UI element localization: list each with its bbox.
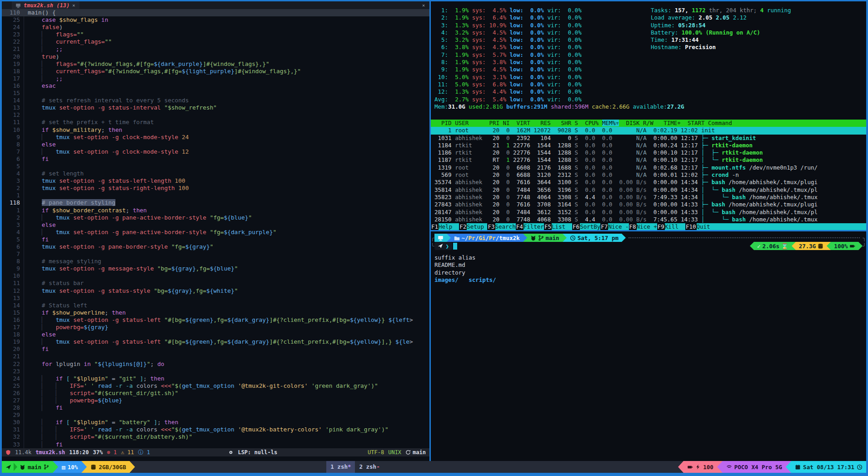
code-line: 25 case $show_flags in [2,16,429,24]
tab-tmux2k-sh[interactable]: tmux2k.sh (13) ✕ [12,1,80,9]
window-list[interactable]: 1 zsh*2 zsh- [326,461,384,473]
info-row: Tasks: 157, 1172 thr, 204 kthr; 4 runnin… [651,7,791,14]
code-line: 30 ▏ if [ "$lplugin" = "battery" ]; then [2,419,429,426]
fkey-action[interactable]: Nice + [637,223,657,230]
fkey-action[interactable]: Nice - [608,223,629,230]
tmux-window-1-zsh[interactable]: 1 zsh* [326,461,355,473]
code-area[interactable]: 110main() {25 case $show_flags in24 fals… [2,9,429,448]
info-row: Uptime: 05:28:54 [651,22,791,29]
process-row[interactable]: 1187 rtkit RT 1 22776 1544 1288 S 0.0 0.… [431,156,866,164]
editor-pane[interactable]: tmux2k.sh (13) ✕ ✕ 110main() {25 case $s… [2,1,429,461]
diagnostic-warnings: ⚠ 11 [121,449,134,456]
fkey-f2[interactable]: F2 [459,223,467,230]
fkey-action[interactable]: Help [439,223,459,230]
shield-icon [5,450,11,455]
terminal-pane[interactable]: ╭ ~/Pr/Gi/Pr/tmux2k main Sat, 5:17 pm ╮ … [431,231,866,461]
file-icon [15,3,21,8]
ram-segment: 2GB/30GB [87,461,130,473]
gear-icon [228,450,234,455]
code-line: 16 ▏ tmux set-option -g status-left "#[b… [2,316,429,324]
fkey-f5[interactable]: F5 [544,223,552,230]
code-line: 2 ▏ tmux set-option -g pane-active-borde… [2,214,429,221]
tmux-status-bar[interactable]: main ▤ 10% 2GB/30GB 1 zsh*2 zsh- 100 POC… [2,461,866,473]
cpu-meter-row: Avg: 2.7% sys: 5.4% low: 0.0% vir: 0.0% [434,96,684,103]
block-cursor[interactable] [453,243,457,250]
fkey-action[interactable]: SortBy [580,223,600,230]
fkey-action[interactable]: Kill [665,223,685,230]
process-row[interactable]: 569 root 20 0 6688 3120 2312 S 0.0 0.0 N… [431,171,866,179]
network-name: POCO X4 Pro 5G [734,464,782,471]
cpu-percent: 10% [68,464,78,471]
process-row[interactable]: 35823 abhishek 20 0 7748 4064 3308 S 4.4… [431,194,866,201]
fkey-f6[interactable]: F6 [572,223,580,230]
code-line: 27 ▏ ▏ powerbg=${blue} [2,397,429,404]
cpu-meter-row: 1: 1.9% sys: 4.5% low: 0.0% vir: 0.0% [434,7,684,14]
fkey-f8[interactable]: F8 [629,223,637,230]
code-line: 7 ▏ tmux set-option -g clock-mode-style … [2,148,429,155]
process-table-header[interactable]: PID USER PRI NI VIRT RES SHR S CPU% MEM%… [431,120,866,127]
code-line: 17 ▏ ;; [2,75,429,82]
cpu-meter-row: 8: 1.9% sys: 3.8% low: 0.0% vir: 0.0% [434,59,684,66]
context-line: 110main() { [2,9,429,16]
htop-pane[interactable]: 1: 1.9% sys: 4.5% low: 0.0% vir: 0.0% 2:… [431,1,866,230]
code-line: 4 ▏ tmux set-option -g pane-active-borde… [2,229,429,236]
function-key-bar[interactable]: F1Help F2Setup F3SearchF4FilterF5List F6… [431,223,866,230]
process-row-selected[interactable]: 1 root 20 0 162M 12072 9028 S 0.0 0.0 N/… [431,127,866,134]
window-border-top [0,0,868,1]
fkey-f4[interactable]: F4 [516,223,524,230]
session-segment[interactable]: main [2,461,53,473]
code-line: 22 ▏ current_flags="" [2,38,429,45]
fkey-f1[interactable]: F1 [431,223,439,230]
process-table[interactable]: PID USER PRI NI VIRT RES SHR S CPU% MEM%… [431,120,866,223]
fkey-f7[interactable]: F7 [600,223,608,230]
fkey-action[interactable]: Search [495,223,516,230]
process-row[interactable]: 1319 root 20 0 6608 2176 1688 S 0.0 0.0 … [431,164,866,171]
fkey-action[interactable]: Setup [467,223,487,230]
process-row[interactable]: 28150 abhishek 20 0 7748 4068 3308 S 4.4… [431,216,866,223]
battery-segment: 100% [831,242,858,250]
process-row[interactable]: 28147 abhishek 20 0 7484 3612 3152 S 0.0… [431,209,866,216]
time-segment: Sat, 5:17 pm [567,234,622,242]
process-row[interactable]: 1031 abhishek 20 0 2392 104 0 S 0.0 0.0 … [431,135,866,142]
fkey-action[interactable]: Filter [524,223,544,230]
prompt-filler [629,237,860,238]
process-row[interactable]: 27843 abhishek 20 0 7616 3708 3164 S 0.0… [431,201,866,208]
code-line: 2 tmux set-option -g status-right-length… [2,185,429,192]
input-indicator: ❯ [434,242,453,250]
fkey-f9[interactable]: F9 [657,223,665,230]
process-row[interactable]: 1186 rtkit 20 0 22776 1544 1288 S 0.0 0.… [431,149,866,156]
code-line: 6 tmux set-option -g pane-border-style "… [2,243,429,251]
process-row[interactable]: 35374 abhishek 20 0 7616 3644 3100 S 0.0… [431,179,866,186]
branch-icon [538,235,544,241]
clock-icon [857,464,863,470]
tmux-window-2-zsh[interactable]: 2 zsh- [355,461,384,473]
code-line: 1 [2,192,429,199]
code-line: 21 ▏ ;; [2,45,429,53]
cpu-meter-row: 12: 1.3% sys: 4.4% low: 0.0% vir: 0.0% [434,88,684,95]
system-info: Tasks: 157, 1172 thr, 204 kthr; 4 runnin… [651,7,791,51]
editor-tabline: tmux2k.sh (13) ✕ ✕ [2,1,429,9]
fkey-action[interactable]: List [552,223,572,230]
tabbar-close-icon[interactable]: ✕ [422,3,425,8]
lsp-status: LSP: null-ls [238,449,277,456]
session-name: main [28,464,41,471]
tab-close-icon[interactable]: ✕ [72,3,75,8]
battery-segment: 100 [683,461,717,473]
code-line: 19 ▏ tmux set-option -g status-left "#[b… [2,338,429,346]
cat-icon [20,464,25,470]
output-line: suffix alias [434,254,866,261]
fkey-action[interactable]: Quit [697,223,710,230]
vim-statusline: 11.4k tmux2k.sh 118:20 37% ⊗ 1 ⚠ 11 ⓘ 1 … [2,448,429,456]
prompt-branch: main [546,235,559,241]
code-line: 23 [2,368,429,375]
fkey-f10[interactable]: F10 [685,223,697,230]
process-row[interactable]: 1184 rtkit 21 1 22776 1544 1288 S 0.0 0.… [431,142,866,149]
prompt-line-2[interactable]: ╰ ❯ ✓ 2.06s ⌛ 27.3G 100% ╯ [431,242,866,250]
command-output: suffix aliasREADME.mddirectoryimages/ sc… [431,254,866,284]
code-line: 5 [2,163,429,170]
info-row: Hostname: Precision [651,44,791,51]
pane-border-horizontal[interactable] [431,230,866,231]
process-row[interactable]: 35814 abhishek 20 0 7484 3656 3196 S 0.0… [431,186,866,194]
fkey-f3[interactable]: F3 [487,223,495,230]
check-icon: ✓ [757,243,761,250]
